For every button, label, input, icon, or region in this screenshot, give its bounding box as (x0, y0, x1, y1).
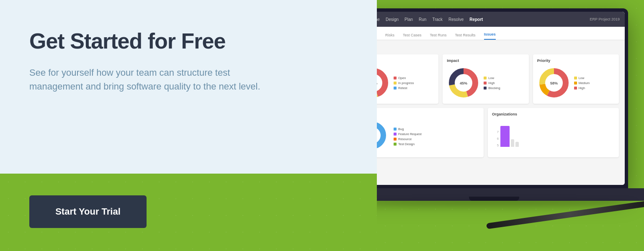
legend-resource: Resource (394, 137, 422, 141)
nav-define[interactable]: Define (377, 17, 380, 22)
bug-dot (394, 128, 397, 131)
laptop-body: Define Design Plan Run Track Resolve Rep… (377, 8, 628, 188)
category-chart-inner: 9% Bug (377, 120, 479, 153)
status-legend: Open In progress (394, 76, 414, 90)
legend-in-progress: In progress (394, 81, 414, 85)
category-donut: 9% (377, 120, 390, 153)
legend-test-design: Test Design (394, 142, 422, 146)
bar-1 (500, 126, 510, 147)
tab-issues[interactable]: Issues (484, 32, 496, 40)
legend-bug: Bug (394, 127, 422, 131)
impact-chart-title: Impact (447, 59, 524, 63)
impact-legend: Low High B (484, 76, 500, 90)
test-design-dot (394, 143, 397, 146)
nav-resolve[interactable]: Resolve (448, 17, 464, 22)
main-container: Get Started for Free See for yourself ho… (0, 0, 644, 251)
category-chart-title: Category (377, 112, 479, 116)
bar-2 (511, 139, 514, 147)
nav-plan[interactable]: Plan (404, 17, 413, 22)
bar-3 (515, 142, 519, 147)
legend-priority-medium: Medium (574, 81, 590, 85)
tab-test-results[interactable]: Test Results (455, 33, 476, 40)
legend-priority-high: High (574, 86, 590, 90)
nav-report[interactable]: Report (469, 17, 483, 22)
priority-low-dot (574, 77, 577, 79)
nav-track[interactable]: Track (432, 17, 443, 22)
tab-test-cases[interactable]: Test Cases (403, 33, 422, 40)
priority-donut: 58% (537, 66, 571, 100)
nav-right: ERP Project 2019 (590, 17, 620, 21)
status-chart-inner: 45% Open (377, 66, 434, 100)
status-donut: 45% (377, 66, 390, 100)
status-chart-title: Status (377, 59, 434, 63)
app-tabbar: Requirements Risks Test Cases Test Runs … (377, 27, 625, 40)
priority-chart-card: Priority 58% (533, 54, 619, 104)
legend-blocking: Blocking (484, 86, 500, 90)
svg-point-12 (377, 125, 384, 146)
status-chart-card: Status (377, 54, 438, 104)
in-progress-dot (394, 82, 397, 85)
subtext: See for yourself how your team can struc… (29, 66, 264, 93)
priority-chart-title: Priority (537, 59, 615, 63)
category-legend: Bug Feature Request (394, 127, 422, 146)
legend-low: Low (484, 76, 500, 80)
category-chart-card: Category 9% (377, 108, 484, 157)
resource-dot (394, 138, 397, 141)
svg-text:45%: 45% (377, 81, 377, 85)
tab-test-runs[interactable]: Test Runs (430, 33, 447, 40)
priority-high-dot (574, 87, 577, 90)
priority-medium-dot (574, 82, 577, 85)
feature-request-dot (394, 133, 397, 136)
svg-point-0 (377, 71, 385, 95)
nav-run[interactable]: Run (419, 17, 426, 22)
organizations-chart-title: Organizations (492, 112, 615, 116)
svg-text:58%: 58% (550, 81, 558, 85)
tab-risks[interactable]: Risks (385, 33, 394, 40)
impact-chart-inner: 45% Low (447, 66, 524, 100)
app-navbar: Define Design Plan Run Track Resolve Rep… (377, 12, 625, 27)
blocking-dot (484, 87, 487, 90)
nav-items: Define Design Plan Run Track Resolve Rep… (377, 17, 583, 22)
laptop-screen: Define Design Plan Run Track Resolve Rep… (377, 12, 625, 185)
legend-high: High (484, 81, 500, 85)
laptop-shadow (377, 201, 636, 206)
bottom-charts: Category 9% (377, 108, 619, 157)
nav-design[interactable]: Design (386, 17, 399, 22)
organizations-chart-card: Organizations 7 6 5 (488, 108, 619, 157)
legend-open: Open (394, 76, 414, 80)
start-trial-button[interactable]: Start Your Trial (29, 195, 147, 228)
legend-feature-request: Feature Request (394, 132, 422, 136)
impact-donut: 45% (447, 66, 480, 100)
open-dot (394, 77, 397, 79)
main-heading: Get Started for Free (29, 29, 348, 53)
low-dot (484, 77, 487, 79)
high-dot (484, 82, 487, 85)
priority-chart-inner: 58% Low (537, 66, 615, 100)
filter-icon[interactable]: ▼ (377, 44, 619, 50)
impact-chart-card: Impact 45% (443, 54, 528, 104)
legend-priority-low: Low (574, 76, 590, 80)
right-panel: Define Design Plan Run Track Resolve Rep… (377, 0, 644, 251)
laptop-mockup: Define Design Plan Run Track Resolve Rep… (377, 8, 644, 243)
left-panel: Get Started for Free See for yourself ho… (0, 0, 377, 251)
priority-legend: Low Medium (574, 76, 590, 90)
app-content: ▼ Status (377, 40, 625, 185)
charts-grid: Status (377, 54, 619, 104)
svg-text:45%: 45% (460, 81, 467, 85)
nav-project: ERP Project 2019 (590, 17, 620, 21)
retest-dot (394, 87, 397, 90)
laptop-base (377, 188, 644, 201)
legend-retest: Retest (394, 86, 414, 90)
